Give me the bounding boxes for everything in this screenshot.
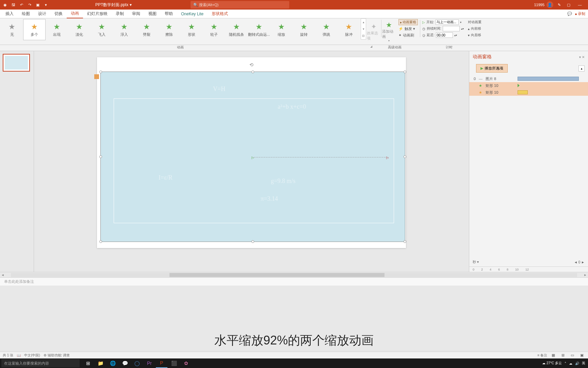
explorer-icon[interactable]: 📁: [95, 358, 106, 368]
resize-handle-tr[interactable]: [404, 71, 406, 73]
anim-list-item[interactable]: ★矩形 10: [469, 89, 588, 96]
anim-effect-浮入[interactable]: ★浮入: [113, 19, 135, 40]
motion-start-icon[interactable]: ▷: [251, 156, 254, 159]
anim-effect-脉冲[interactable]: ★脉冲: [338, 19, 360, 40]
anim-effect-飞入[interactable]: ★飞入: [91, 19, 113, 40]
animation-tag[interactable]: [94, 74, 99, 79]
user-avatar-icon[interactable]: 👤: [546, 1, 553, 8]
tab-review[interactable]: 审阅: [128, 10, 144, 18]
anim-list-item[interactable]: ★矩形 10: [469, 82, 588, 89]
horizontal-scrollbar[interactable]: ◄ ►: [0, 272, 588, 277]
notes-area[interactable]: 单击此处添加备注: [0, 277, 588, 286]
close-pane-icon[interactable]: ▾ ✕: [579, 55, 585, 59]
tab-record[interactable]: 录制: [112, 10, 128, 18]
record-button[interactable]: ● 录制: [575, 11, 585, 16]
tray-up-icon[interactable]: ˄: [565, 362, 566, 365]
start-dropdown[interactable]: [436, 19, 459, 25]
resize-handle-tm[interactable]: [251, 71, 254, 73]
play-selected-button[interactable]: ▶ 播放所选项 ↖: [476, 64, 508, 73]
powerpoint-icon[interactable]: P: [156, 358, 167, 368]
scroll-left-icon[interactable]: ◄: [0, 273, 5, 277]
move-earlier-button[interactable]: ▴ 向前移: [468, 26, 481, 32]
animation-painter-button[interactable]: ✦ 动画刷: [398, 32, 418, 38]
dialog-launcher-icon[interactable]: ◢: [370, 45, 372, 48]
taskbar-search[interactable]: 在这里输入你要搜索的内容: [1, 359, 80, 367]
resize-handle-ml[interactable]: [99, 155, 102, 158]
resize-handle-tl[interactable]: [99, 71, 102, 73]
anim-effect-翻转式由远...[interactable]: ★翻转式由远...: [248, 19, 270, 40]
comments-icon[interactable]: 💬: [567, 12, 572, 16]
accessibility-status[interactable]: ⚙ 辅助功能: 调查: [44, 353, 70, 358]
ime-indicator[interactable]: 英: [582, 361, 585, 366]
resize-handle-br[interactable]: [404, 240, 406, 243]
slide-thumbnail-1[interactable]: [3, 54, 30, 72]
minimize-icon[interactable]: —: [574, 0, 585, 9]
app-icon-1[interactable]: ⬛: [168, 358, 180, 368]
onedrive-icon[interactable]: ☁: [569, 362, 572, 365]
animation-pane-button[interactable]: ▸ 动画窗格: [398, 19, 418, 25]
notes-button[interactable]: ≡ 备注: [537, 353, 547, 358]
anim-list-item[interactable]: 0—图片 8: [469, 75, 588, 82]
resize-handle-bl[interactable]: [99, 240, 102, 243]
slide-canvas[interactable]: ⟲ a²+b x+c=0 V=H π=3.14 I=ε/R g=9.8 m/s …: [97, 57, 406, 248]
scroll-right-icon[interactable]: ►: [583, 273, 588, 277]
anim-effect-缩放[interactable]: ★缩放: [270, 19, 293, 40]
tab-onekey[interactable]: OneKey Lite: [177, 10, 208, 18]
gallery-more-button[interactable]: ▴▾⊟: [361, 18, 366, 40]
timeline-zoom[interactable]: ◄ 0 ►: [574, 260, 585, 264]
autosave-icon[interactable]: ◉: [1, 1, 9, 9]
slideshow-view-icon[interactable]: ▣: [578, 353, 585, 358]
delay-input[interactable]: [436, 32, 453, 38]
add-animation-button[interactable]: ★ 添加动画 ▾: [381, 18, 396, 45]
duration-input[interactable]: [443, 26, 460, 31]
browser-icon[interactable]: ◯: [131, 358, 143, 368]
search-input[interactable]: 🔍 搜索(Alt+Q): [191, 1, 289, 9]
coming-soon-icon[interactable]: ✎: [555, 1, 563, 9]
tab-animations[interactable]: 动画: [67, 9, 83, 18]
ribbon-display-icon[interactable]: ▢: [565, 1, 572, 9]
tab-shape-format[interactable]: 形状格式: [208, 10, 232, 18]
file-name[interactable]: PPT数学封面.pptx ▾: [95, 2, 132, 8]
sorter-view-icon[interactable]: ⊞: [559, 353, 566, 358]
tab-transitions[interactable]: 切换: [50, 10, 67, 18]
undo-icon[interactable]: ↶: [18, 1, 25, 9]
app-icon-2[interactable]: ✿: [180, 358, 192, 368]
tab-slideshow[interactable]: 幻灯片放映: [83, 10, 112, 18]
seconds-label[interactable]: 秒 ▾: [473, 260, 479, 264]
tab-insert[interactable]: 插入: [1, 10, 18, 18]
anim-effect-随机线条[interactable]: ★随机线条: [225, 19, 248, 40]
tab-help[interactable]: 帮助: [161, 10, 177, 18]
volume-icon[interactable]: 🔊: [575, 362, 579, 365]
resize-handle-mr[interactable]: [404, 155, 406, 158]
scrollbar-thumb[interactable]: [169, 273, 385, 277]
chrome-icon[interactable]: 🌐: [107, 358, 118, 368]
anim-effect-旋转[interactable]: ★旋转: [293, 19, 315, 40]
qat-more-icon[interactable]: ▾: [42, 1, 50, 9]
tab-draw[interactable]: 绘图: [18, 10, 34, 18]
animation-gallery[interactable]: ★无★多个★出现★淡化★飞入★浮入★劈裂★擦除★形状★轮子★随机线条★翻转式由远…: [0, 18, 361, 45]
move-up-button[interactable]: ▴: [578, 65, 585, 72]
task-view-icon[interactable]: ⊞: [82, 358, 94, 368]
slide-editor[interactable]: ⟲ a²+b x+c=0 V=H π=3.14 I=ε/R g=9.8 m/s …: [34, 51, 469, 272]
slideshow-icon[interactable]: ▣: [34, 1, 42, 9]
motion-end-icon[interactable]: ▷: [386, 156, 389, 159]
anim-effect-多个[interactable]: ★多个: [23, 19, 46, 40]
tab-view[interactable]: 视图: [144, 10, 161, 18]
normal-view-icon[interactable]: ▦: [550, 353, 557, 358]
reading-view-icon[interactable]: ▭: [569, 353, 576, 358]
rotate-handle-icon[interactable]: ⟲: [249, 62, 254, 67]
anim-effect-无[interactable]: ★无: [1, 19, 23, 40]
resize-handle-bm[interactable]: [251, 240, 254, 243]
spellcheck-icon[interactable]: 📖: [17, 353, 21, 357]
trigger-button[interactable]: ⚡ 触发 ▾: [398, 26, 418, 32]
wechat-icon[interactable]: 💬: [119, 358, 131, 368]
move-later-button[interactable]: ▾ 向后移: [468, 32, 481, 38]
anim-effect-弹跳[interactable]: ★弹跳: [315, 19, 338, 40]
tab-design[interactable]: 设计: [34, 10, 50, 18]
language-status[interactable]: 中文(中国): [24, 353, 40, 358]
anim-effect-出现[interactable]: ★出现: [46, 19, 68, 40]
anim-effect-擦除[interactable]: ★擦除: [158, 19, 180, 40]
anim-effect-轮子[interactable]: ★轮子: [203, 19, 225, 40]
redo-icon[interactable]: ↷: [26, 1, 33, 9]
premiere-icon[interactable]: Pr: [144, 358, 155, 368]
